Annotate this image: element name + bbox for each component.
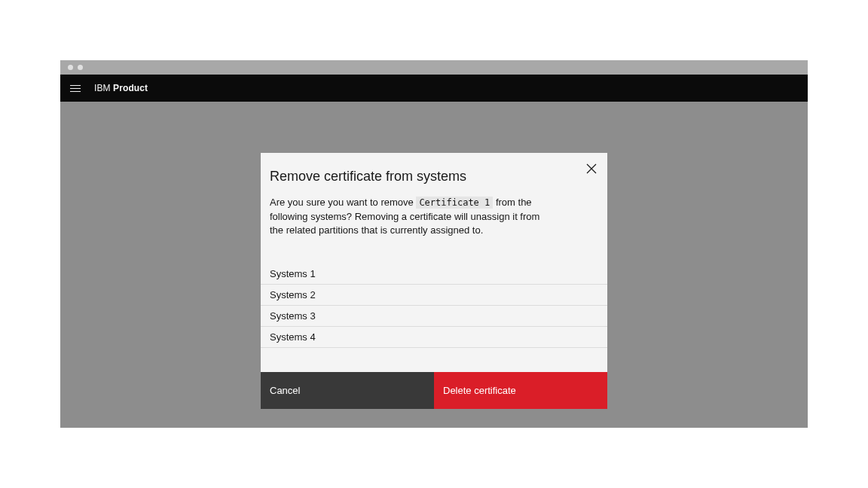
- list-item: Systems 2: [261, 285, 607, 306]
- modal-header: Remove certificate from systems: [261, 153, 607, 185]
- list-item: Systems 1: [261, 264, 607, 285]
- brand-product: Product: [113, 83, 148, 93]
- browser-window: IBM Product Remove certificate from syst…: [60, 60, 808, 428]
- modal-description: Are you sure you want to remove Certific…: [270, 196, 541, 237]
- remove-certificate-modal: Remove certificate from systems Are you …: [261, 153, 607, 409]
- window-chrome: [60, 60, 808, 75]
- window-dot: [78, 65, 83, 70]
- close-icon[interactable]: [586, 163, 597, 174]
- brand-ibm: IBM: [94, 83, 111, 93]
- cancel-button[interactable]: Cancel: [261, 372, 434, 409]
- cancel-label: Cancel: [270, 385, 300, 396]
- modal-body: Are you sure you want to remove Certific…: [261, 185, 607, 242]
- spacer: [261, 348, 607, 372]
- list-item: Systems 3: [261, 306, 607, 327]
- certificate-name-code: Certificate 1: [416, 197, 493, 209]
- modal-footer: Cancel Delete certificate: [261, 372, 607, 409]
- hamburger-menu-icon[interactable]: [70, 85, 81, 92]
- delete-certificate-button[interactable]: Delete certificate: [434, 372, 607, 409]
- brand-label: IBM Product: [94, 83, 148, 93]
- desc-text-before: Are you sure you want to remove: [270, 197, 416, 208]
- modal-title: Remove certificate from systems: [270, 168, 595, 185]
- window-dot: [68, 65, 73, 70]
- delete-label: Delete certificate: [443, 385, 516, 396]
- content-area: Remove certificate from systems Are you …: [60, 102, 808, 428]
- app-header: IBM Product: [60, 75, 808, 102]
- systems-list: Systems 1 Systems 2 Systems 3 Systems 4: [261, 264, 607, 348]
- list-item: Systems 4: [261, 327, 607, 348]
